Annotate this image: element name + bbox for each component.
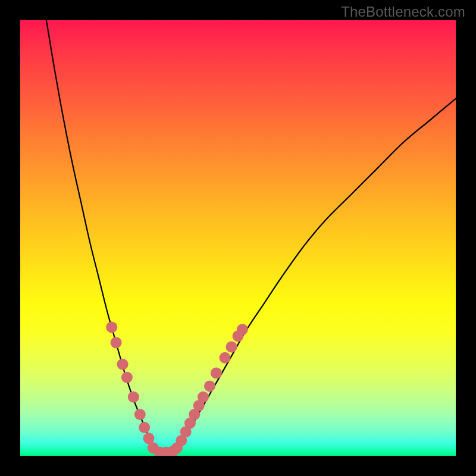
data-point [117, 359, 129, 370]
data-point [106, 322, 117, 333]
data-point [237, 324, 248, 335]
bottleneck-curve [46, 20, 456, 453]
data-point [128, 392, 139, 403]
data-point [111, 337, 122, 348]
curve-right-branch [173, 99, 456, 454]
data-point [134, 409, 146, 420]
chart-container: TheBottleneck.com [0, 0, 476, 476]
data-point [204, 380, 215, 392]
data-point [211, 367, 222, 378]
data-point [139, 422, 150, 433]
data-point [198, 392, 209, 403]
data-point [121, 372, 133, 383]
curve-left-branch [46, 20, 155, 453]
data-point [220, 352, 231, 364]
data-point [226, 342, 237, 353]
highlight-dots [106, 322, 248, 456]
chart-svg [20, 20, 456, 456]
watermark-text: TheBottleneck.com [341, 4, 465, 20]
